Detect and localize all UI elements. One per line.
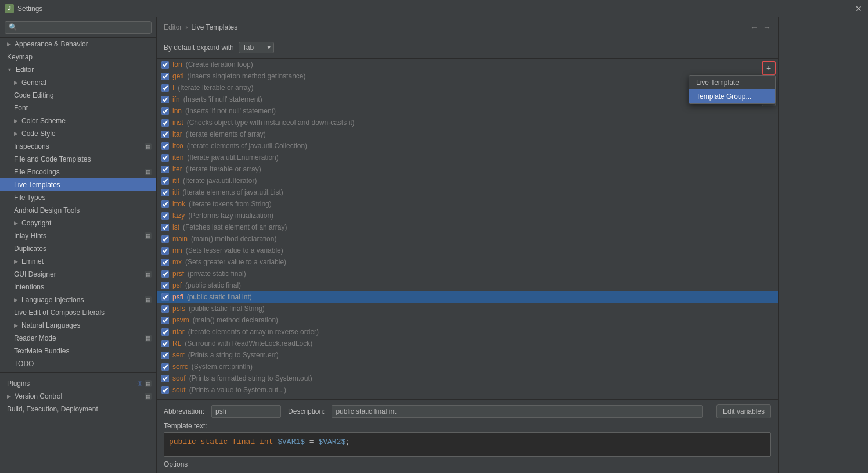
template-checkbox[interactable]	[161, 154, 169, 162]
template-item[interactable]: sout(Prints a value to System.out...)	[157, 384, 778, 396]
template-item[interactable]: main(main() method declaration)	[157, 233, 778, 245]
template-item[interactable]: serr(Prints a string to System.err)	[157, 349, 778, 361]
template-checkbox[interactable]	[161, 131, 169, 138]
template-item[interactable]: mx(Sets greater value to a variable)	[157, 256, 778, 268]
template-item[interactable]: iten(Iterate java.util.Enumeration)	[157, 152, 778, 163]
template-item[interactable]: souf(Prints a formatted string to System…	[157, 372, 778, 384]
template-item[interactable]: lazy(Performs lazy initialization)	[157, 210, 778, 221]
template-checkbox[interactable]	[161, 107, 169, 115]
sidebar-item-inlay-hints[interactable]: Inlay Hints ▤	[0, 230, 156, 242]
template-item[interactable]: ritar(Iterate elements of array in rever…	[157, 326, 778, 338]
template-checkbox[interactable]	[161, 352, 169, 359]
sidebar-item-code-editing[interactable]: Code Editing	[0, 89, 156, 102]
template-checkbox[interactable]	[161, 386, 169, 394]
sidebar-item-plugins[interactable]: Plugins ① ▤	[0, 377, 156, 390]
search-input[interactable]	[5, 21, 152, 34]
template-checkbox[interactable]	[161, 212, 169, 220]
template-item[interactable]: geti(Inserts singleton method getInstanc…	[157, 70, 778, 82]
template-item[interactable]: RL(Surround with ReadWriteLock.readLock)	[157, 338, 778, 349]
template-item[interactable]: inst(Checks object type with instanceof …	[157, 117, 778, 128]
sidebar-item-general[interactable]: ▶ General	[0, 76, 156, 89]
template-item[interactable]: I(Iterate Iterable or array)	[157, 82, 778, 94]
template-item[interactable]: mn(Sets lesser value to a variable)	[157, 245, 778, 256]
template-checkbox[interactable]	[161, 270, 169, 278]
live-template-option[interactable]: Live Template	[689, 76, 775, 89]
template-item[interactable]: psvm(main() method declaration)	[157, 314, 778, 326]
template-checkbox[interactable]	[161, 282, 169, 289]
template-checkbox[interactable]	[161, 235, 169, 243]
sidebar-item-android-design-tools[interactable]: Android Design Tools	[0, 204, 156, 217]
template-checkbox[interactable]	[161, 96, 169, 103]
template-checkbox[interactable]	[161, 340, 169, 347]
template-checkbox[interactable]	[161, 200, 169, 208]
badge-icon: ▤	[145, 380, 152, 387]
sidebar-item-keymap[interactable]: Keymap	[0, 51, 156, 63]
template-item[interactable]: itco(Iterate elements of java.util.Colle…	[157, 140, 778, 152]
sidebar-item-live-templates[interactable]: Live Templates	[0, 178, 156, 191]
template-item[interactable]: serrc(System.err::println)	[157, 361, 778, 372]
edit-variables-button[interactable]: Edit variables	[716, 404, 771, 418]
template-item[interactable]: ittok(Iterate tokens from String)	[157, 198, 778, 210]
sidebar-item-label: Android Design Tools	[14, 206, 80, 214]
sidebar-item-language-injections[interactable]: ▶ Language Injections ▤	[0, 293, 156, 306]
template-checkbox[interactable]	[161, 328, 169, 336]
sidebar-item-version-control[interactable]: ▶ Version Control ▤	[0, 390, 156, 403]
template-item[interactable]: ifn(Inserts 'if null' statement)	[157, 94, 778, 105]
sidebar-item-live-edit-compose[interactable]: Live Edit of Compose Literals	[0, 306, 156, 319]
template-item[interactable]: fori(Create iteration loop)	[157, 59, 778, 70]
template-item[interactable]: psfi(public static final int)	[157, 291, 778, 303]
template-checkbox[interactable]	[161, 317, 169, 324]
template-item[interactable]: itli(Iterate elements of java.util.List)	[157, 187, 778, 198]
sidebar-item-intentions[interactable]: Intentions	[0, 281, 156, 293]
sidebar-item-inspections[interactable]: Inspections ▤	[0, 140, 156, 153]
template-checkbox[interactable]	[161, 375, 169, 382]
sidebar-item-code-style[interactable]: ▶ Code Style	[0, 127, 156, 140]
template-checkbox[interactable]	[161, 177, 169, 185]
template-checkbox[interactable]	[161, 189, 169, 196]
template-checkbox[interactable]	[161, 305, 169, 313]
close-button[interactable]: ✕	[854, 4, 863, 13]
template-checkbox[interactable]	[161, 119, 169, 127]
sidebar-item-appearance[interactable]: ▶ Appearance & Behavior	[0, 38, 156, 51]
template-checkbox[interactable]	[161, 293, 169, 301]
template-item[interactable]: inn(Inserts 'if not null' statement)	[157, 105, 778, 117]
sidebar-item-reader-mode[interactable]: Reader Mode ▤	[0, 332, 156, 345]
template-checkbox[interactable]	[161, 363, 169, 371]
template-group-option[interactable]: Template Group...	[689, 89, 775, 103]
sidebar-item-font[interactable]: Font	[0, 102, 156, 114]
description-input[interactable]	[332, 405, 703, 418]
sidebar-item-natural-languages[interactable]: ▶ Natural Languages	[0, 319, 156, 332]
sidebar-item-todo[interactable]: TODO	[0, 357, 156, 370]
sidebar-item-color-scheme[interactable]: ▶ Color Scheme	[0, 114, 156, 127]
sidebar-item-copyright[interactable]: ▶ Copyright	[0, 217, 156, 230]
template-item[interactable]: itit(Iterate java.util.Iterator)	[157, 175, 778, 187]
template-checkbox[interactable]	[161, 73, 169, 80]
template-checkbox[interactable]	[161, 247, 169, 255]
template-item[interactable]: itar(Iterate elements of array)	[157, 128, 778, 140]
template-checkbox[interactable]	[161, 142, 169, 150]
abbreviation-input[interactable]	[211, 405, 281, 418]
template-item[interactable]: lst(Fetches last element of an array)	[157, 221, 778, 233]
template-checkbox[interactable]	[161, 224, 169, 231]
nav-back-arrow[interactable]: ←	[750, 23, 758, 32]
add-button[interactable]: +	[762, 61, 776, 75]
template-item[interactable]: psf(public static final)	[157, 280, 778, 291]
sidebar-item-duplicates[interactable]: Duplicates	[0, 242, 156, 255]
sidebar-item-editor[interactable]: ▼ Editor	[0, 63, 156, 76]
sidebar-item-emmet[interactable]: ▶ Emmet	[0, 255, 156, 268]
template-checkbox[interactable]	[161, 259, 169, 266]
template-item[interactable]: iter(Iterate Iterable or array)	[157, 163, 778, 175]
sidebar-item-file-code-templates[interactable]: File and Code Templates	[0, 153, 156, 166]
template-checkbox[interactable]	[161, 166, 169, 173]
expand-dropdown[interactable]: Tab Enter Space	[239, 42, 274, 53]
template-item[interactable]: prsf(private static final)	[157, 268, 778, 280]
sidebar-item-textmate-bundles[interactable]: TextMate Bundles	[0, 345, 156, 357]
sidebar-item-build-execution[interactable]: Build, Execution, Deployment	[0, 403, 156, 415]
template-checkbox[interactable]	[161, 61, 169, 69]
sidebar-item-gui-designer[interactable]: GUI Designer ▤	[0, 268, 156, 281]
template-checkbox[interactable]	[161, 84, 169, 92]
nav-forward-arrow[interactable]: →	[763, 23, 771, 32]
template-item[interactable]: psfs(public static final String)	[157, 303, 778, 314]
sidebar-item-file-types[interactable]: File Types	[0, 191, 156, 204]
sidebar-item-file-encodings[interactable]: File Encodings ▤	[0, 166, 156, 178]
